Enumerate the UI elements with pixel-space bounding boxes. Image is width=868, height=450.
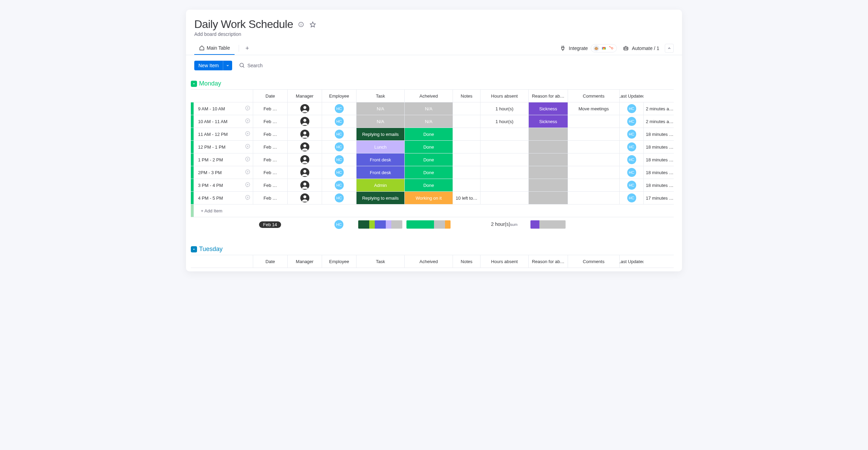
task-cell[interactable]: Lunch bbox=[356, 141, 404, 153]
notes-cell[interactable] bbox=[453, 179, 480, 191]
task-cell[interactable]: Front desk bbox=[356, 153, 404, 166]
notes-cell[interactable] bbox=[453, 115, 480, 128]
star-icon[interactable] bbox=[309, 21, 317, 28]
search-button[interactable]: Search bbox=[239, 62, 262, 69]
add-view-button[interactable]: + bbox=[243, 43, 251, 54]
notes-cell[interactable] bbox=[453, 166, 480, 179]
table-row[interactable]: 9 AM - 10 AM Feb … HC N/A N/A 1 hour(s) … bbox=[191, 102, 674, 115]
notes-cell[interactable] bbox=[453, 102, 480, 115]
time-slot-cell[interactable]: 9 AM - 10 AM bbox=[194, 102, 253, 115]
task-cell[interactable]: Replying to emails bbox=[356, 192, 404, 204]
manager-cell[interactable] bbox=[287, 102, 322, 115]
chat-icon[interactable] bbox=[245, 143, 251, 150]
table-row[interactable]: 2PM - 3 PM Feb … HC Front desk Done HC 1… bbox=[191, 166, 674, 179]
column-header[interactable]: Last Updated bbox=[619, 255, 643, 268]
chat-icon[interactable] bbox=[245, 131, 251, 137]
column-header[interactable]: Date bbox=[253, 255, 287, 268]
chat-icon[interactable] bbox=[245, 194, 251, 201]
group-title[interactable]: Monday bbox=[199, 80, 221, 87]
employee-cell[interactable]: HC bbox=[322, 128, 356, 140]
column-header[interactable]: Employee bbox=[322, 90, 356, 102]
reason-cell[interactable] bbox=[528, 166, 568, 179]
manager-cell[interactable] bbox=[287, 115, 322, 128]
achieved-cell[interactable]: N/A bbox=[404, 115, 453, 128]
date-cell[interactable]: Feb … bbox=[253, 102, 287, 115]
time-slot-cell[interactable]: 10 AM - 11 AM bbox=[194, 115, 253, 128]
table-row[interactable]: 1 PM - 2 PM Feb … HC Front desk Done HC … bbox=[191, 153, 674, 166]
comments-cell[interactable] bbox=[568, 141, 619, 153]
date-cell[interactable]: Feb … bbox=[253, 128, 287, 140]
task-cell[interactable]: Front desk bbox=[356, 166, 404, 179]
chat-icon[interactable] bbox=[245, 105, 251, 111]
column-header[interactable]: Employee bbox=[322, 255, 356, 268]
manager-cell[interactable] bbox=[287, 128, 322, 140]
manager-cell[interactable] bbox=[287, 179, 322, 191]
employee-cell[interactable]: HC bbox=[322, 166, 356, 179]
time-slot-cell[interactable]: 12 PM - 1 PM bbox=[194, 141, 253, 153]
column-header[interactable]: Task bbox=[356, 90, 404, 102]
column-header[interactable]: Notes bbox=[453, 90, 480, 102]
column-header[interactable]: Reason for ab… bbox=[528, 90, 568, 102]
reason-cell[interactable] bbox=[528, 128, 568, 140]
hours-absent-cell[interactable] bbox=[480, 179, 528, 191]
hours-absent-cell[interactable]: 1 hour(s) bbox=[480, 102, 528, 115]
column-header[interactable]: Task bbox=[356, 255, 404, 268]
column-header[interactable]: Comments bbox=[568, 255, 619, 268]
notes-cell[interactable] bbox=[453, 141, 480, 153]
new-item-caret[interactable] bbox=[223, 61, 232, 70]
chat-icon[interactable] bbox=[245, 156, 251, 162]
reason-cell[interactable] bbox=[528, 153, 568, 166]
achieved-cell[interactable]: Done bbox=[404, 179, 453, 191]
task-cell[interactable]: N/A bbox=[356, 115, 404, 128]
employee-cell[interactable]: HC bbox=[322, 102, 356, 115]
date-cell[interactable]: Feb … bbox=[253, 153, 287, 166]
task-cell[interactable]: N/A bbox=[356, 102, 404, 115]
column-header[interactable]: Manager bbox=[287, 90, 322, 102]
reason-cell[interactable] bbox=[528, 141, 568, 153]
time-slot-cell[interactable]: 11 AM - 12 PM bbox=[194, 128, 253, 140]
hours-absent-cell[interactable] bbox=[480, 128, 528, 140]
automate-button[interactable]: Automate / 1 bbox=[622, 45, 659, 52]
column-header[interactable]: Last Updated bbox=[619, 90, 643, 102]
info-icon[interactable] bbox=[297, 21, 305, 28]
time-slot-cell[interactable]: 2PM - 3 PM bbox=[194, 166, 253, 179]
notes-cell[interactable] bbox=[453, 128, 480, 140]
reason-cell[interactable]: Sickness bbox=[528, 102, 568, 115]
column-header[interactable]: Hours absent bbox=[480, 255, 528, 268]
new-item-button[interactable]: New Item bbox=[194, 61, 223, 70]
manager-cell[interactable] bbox=[287, 141, 322, 153]
employee-cell[interactable]: HC bbox=[322, 179, 356, 191]
table-row[interactable]: 3 PM - 4 PM Feb … HC Admin Done HC 18 mi… bbox=[191, 179, 674, 192]
hours-absent-cell[interactable] bbox=[480, 166, 528, 179]
achieved-cell[interactable]: Working on it bbox=[404, 192, 453, 204]
tab-main-table[interactable]: Main Table bbox=[194, 42, 235, 55]
group-collapse-button[interactable] bbox=[191, 81, 197, 87]
column-header[interactable]: Date bbox=[253, 90, 287, 102]
hours-absent-cell[interactable] bbox=[480, 153, 528, 166]
reason-cell[interactable] bbox=[528, 179, 568, 191]
time-slot-cell[interactable]: 4 PM - 5 PM bbox=[194, 192, 253, 204]
date-cell[interactable]: Feb … bbox=[253, 179, 287, 191]
comments-cell[interactable]: Move meetings bbox=[568, 102, 619, 115]
comments-cell[interactable] bbox=[568, 128, 619, 140]
group-collapse-button[interactable] bbox=[191, 246, 197, 252]
column-header[interactable]: Hours absent bbox=[480, 90, 528, 102]
chat-icon[interactable] bbox=[245, 182, 251, 188]
column-header[interactable]: Notes bbox=[453, 255, 480, 268]
comments-cell[interactable] bbox=[568, 153, 619, 166]
date-cell[interactable]: Feb … bbox=[253, 115, 287, 128]
table-row[interactable]: 12 PM - 1 PM Feb … HC Lunch Done HC 18 m… bbox=[191, 141, 674, 153]
reason-cell[interactable]: Sickness bbox=[528, 115, 568, 128]
column-header[interactable]: Manager bbox=[287, 255, 322, 268]
hours-absent-cell[interactable] bbox=[480, 192, 528, 204]
notes-cell[interactable]: 10 left to… bbox=[453, 192, 480, 204]
notes-cell[interactable] bbox=[453, 153, 480, 166]
column-header[interactable]: Comments bbox=[568, 90, 619, 102]
employee-cell[interactable]: HC bbox=[322, 192, 356, 204]
collapse-header-button[interactable] bbox=[665, 44, 674, 53]
achieved-cell[interactable]: Done bbox=[404, 128, 453, 140]
date-cell[interactable]: Feb … bbox=[253, 141, 287, 153]
comments-cell[interactable] bbox=[568, 115, 619, 128]
column-header[interactable]: Acheived bbox=[404, 255, 453, 268]
manager-cell[interactable] bbox=[287, 153, 322, 166]
